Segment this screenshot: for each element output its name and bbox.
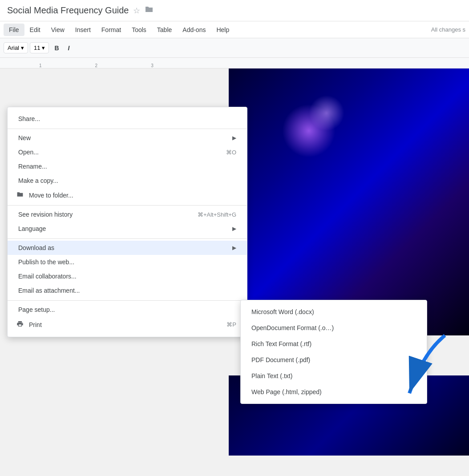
menu-bar: File Edit View Insert Format Tools Table… xyxy=(0,21,469,38)
toolbar: Arial ▾ 11 ▾ B I xyxy=(0,38,469,58)
document-area: Share... New ▶ Open... ⌘O Rename... Make… xyxy=(0,69,469,456)
print-shortcut: ⌘P xyxy=(226,321,236,328)
open-item[interactable]: Open... ⌘O xyxy=(8,145,247,159)
page-setup-label: Page setup... xyxy=(18,306,55,313)
document-background xyxy=(229,69,469,335)
make-copy-item[interactable]: Make a copy... xyxy=(8,173,247,188)
download-rtf-label: Rich Text Format (.rtf) xyxy=(251,340,311,347)
email-collaborators-item[interactable]: Email collaborators... xyxy=(8,269,247,283)
menu-item-addons[interactable]: Add-ons xyxy=(177,24,211,36)
menu-item-tools[interactable]: Tools xyxy=(126,24,152,36)
print-label: Print xyxy=(29,321,42,328)
font-name-dropdown[interactable]: Arial ▾ xyxy=(4,42,28,53)
menu-item-help[interactable]: Help xyxy=(211,24,234,36)
share-item[interactable]: Share... xyxy=(8,112,247,126)
document-title: Social Media Frequency Guide xyxy=(7,5,129,16)
page-setup-item[interactable]: Page setup... xyxy=(8,303,247,317)
print-item[interactable]: Print ⌘P xyxy=(8,317,247,332)
file-section-4: Page setup... Print ⌘P xyxy=(8,300,247,333)
font-size-label: 11 xyxy=(34,44,40,51)
download-arrow: ▶ xyxy=(232,245,236,251)
download-odf[interactable]: OpenDocument Format (.o…) xyxy=(241,320,427,336)
font-name-chevron: ▾ xyxy=(21,44,24,51)
folder-item-icon xyxy=(15,191,25,199)
open-label: Open... xyxy=(18,149,39,156)
save-status: All changes s xyxy=(431,26,465,33)
download-txt[interactable]: Plain Text (.txt) xyxy=(241,368,427,384)
make-copy-label: Make a copy... xyxy=(18,177,58,184)
new-arrow: ▶ xyxy=(232,135,236,141)
file-section-1: New ▶ Open... ⌘O Rename... Make a copy..… xyxy=(8,129,247,203)
star-icon[interactable]: ☆ xyxy=(133,6,140,16)
language-label: Language xyxy=(18,225,46,232)
rename-item[interactable]: Rename... xyxy=(8,159,247,173)
menu-item-file[interactable]: File xyxy=(4,24,24,36)
move-to-folder-item[interactable]: Move to folder... xyxy=(8,188,247,202)
share-section: Share... xyxy=(8,111,247,127)
language-arrow: ▶ xyxy=(232,226,236,232)
menu-item-insert[interactable]: Insert xyxy=(70,24,96,36)
email-attachment-item[interactable]: Email as attachment... xyxy=(8,283,247,298)
file-section-2: See revision history ⌘+Alt+Shift+G Langu… xyxy=(8,205,247,237)
download-docx-label: Microsoft Word (.docx) xyxy=(251,308,314,315)
bold-button[interactable]: B xyxy=(51,43,62,53)
font-name-label: Arial xyxy=(8,44,19,51)
file-menu-dropdown: Share... New ▶ Open... ⌘O Rename... Make… xyxy=(7,107,247,337)
download-pdf[interactable]: PDF Document (.pdf) xyxy=(241,352,427,368)
font-size-chevron: ▾ xyxy=(42,44,45,51)
download-docx[interactable]: Microsoft Word (.docx) xyxy=(241,304,427,320)
download-odf-label: OpenDocument Format (.o…) xyxy=(251,324,334,331)
revision-history-item[interactable]: See revision history ⌘+Alt+Shift+G xyxy=(8,207,247,222)
menu-item-format[interactable]: Format xyxy=(96,24,126,36)
revision-shortcut: ⌘+Alt+Shift+G xyxy=(198,211,236,218)
revision-history-label: See revision history xyxy=(18,211,73,218)
download-txt-label: Plain Text (.txt) xyxy=(251,372,292,379)
menu-item-view[interactable]: View xyxy=(46,24,70,36)
move-to-folder-label: Move to folder... xyxy=(29,192,73,199)
download-submenu: Microsoft Word (.docx) OpenDocument Form… xyxy=(240,300,427,404)
email-attachment-label: Email as attachment... xyxy=(18,287,80,294)
menu-item-table[interactable]: Table xyxy=(152,24,177,36)
ruler: 1 2 3 xyxy=(0,58,469,69)
download-as-label: Download as xyxy=(18,244,54,251)
download-as-item[interactable]: Download as ▶ xyxy=(8,241,247,255)
share-label: Share... xyxy=(18,115,40,122)
download-rtf[interactable]: Rich Text Format (.rtf) xyxy=(241,336,427,352)
download-html-label: Web Page (.html, zipped) xyxy=(251,388,322,395)
file-section-3: Download as ▶ Publish to the web... Emai… xyxy=(8,238,247,299)
italic-button[interactable]: I xyxy=(65,43,73,53)
new-label: New xyxy=(18,134,31,141)
title-bar: Social Media Frequency Guide ☆ xyxy=(0,0,469,21)
new-item[interactable]: New ▶ xyxy=(8,131,247,145)
menu-item-edit[interactable]: Edit xyxy=(24,24,46,36)
publish-web-label: Publish to the web... xyxy=(18,258,74,266)
download-pdf-label: PDF Document (.pdf) xyxy=(251,356,310,363)
publish-web-item[interactable]: Publish to the web... xyxy=(8,255,247,269)
font-size-dropdown[interactable]: 11 ▾ xyxy=(30,42,49,53)
folder-icon xyxy=(145,6,154,15)
rename-label: Rename... xyxy=(18,163,47,170)
language-item[interactable]: Language ▶ xyxy=(8,222,247,236)
open-shortcut: ⌘O xyxy=(226,149,236,156)
download-html[interactable]: Web Page (.html, zipped) xyxy=(241,384,427,400)
email-collaborators-label: Email collaborators... xyxy=(18,273,77,280)
print-icon xyxy=(15,320,25,329)
